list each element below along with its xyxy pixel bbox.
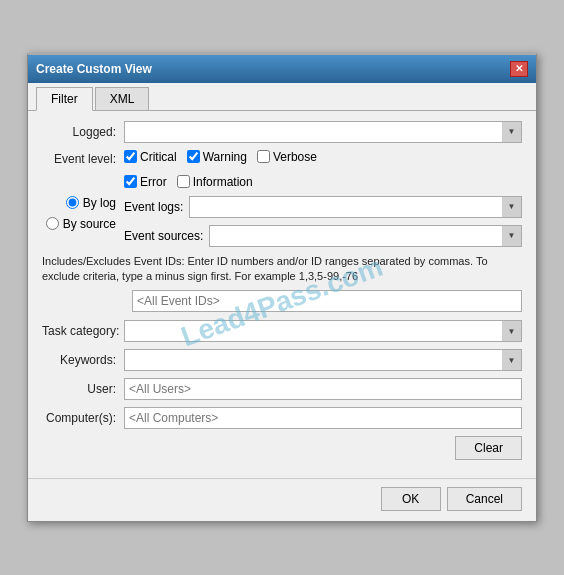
event-level-label: Event level: bbox=[42, 152, 124, 166]
user-input[interactable] bbox=[124, 378, 522, 400]
warning-label: Warning bbox=[203, 150, 247, 164]
task-category-dropdown-arrow[interactable]: ▼ bbox=[502, 320, 522, 342]
error-checkbox-label[interactable]: Error bbox=[124, 175, 167, 189]
event-ids-input[interactable] bbox=[132, 290, 522, 312]
keywords-dropdown[interactable] bbox=[124, 349, 522, 371]
information-label: Information bbox=[193, 175, 253, 189]
warning-checkbox[interactable] bbox=[187, 150, 200, 163]
logged-dropdown[interactable]: Any time bbox=[124, 121, 522, 143]
clear-row: Clear bbox=[42, 436, 522, 460]
by-log-radio-label[interactable]: By log bbox=[42, 196, 124, 210]
task-category-dropdown-wrap: ▼ bbox=[124, 320, 522, 342]
user-row: User: bbox=[42, 378, 522, 400]
logged-label: Logged: bbox=[42, 125, 124, 139]
tabs-bar: Filter XML bbox=[28, 83, 536, 111]
dialog-footer: OK Cancel bbox=[28, 478, 536, 521]
event-level-checkboxes-row1: Critical Warning Verbose bbox=[124, 150, 522, 164]
event-sources-dropdown[interactable] bbox=[209, 225, 522, 247]
keywords-dropdown-arrow[interactable]: ▼ bbox=[502, 349, 522, 371]
event-logs-dropdown-wrap: Application,System,Forwarded Events ▼ bbox=[189, 196, 522, 218]
warning-checkbox-label[interactable]: Warning bbox=[187, 150, 247, 164]
event-sources-dropdown-arrow[interactable]: ▼ bbox=[502, 225, 522, 247]
critical-checkbox[interactable] bbox=[124, 150, 137, 163]
verbose-checkbox-label[interactable]: Verbose bbox=[257, 150, 317, 164]
computers-label: Computer(s): bbox=[42, 411, 124, 425]
dialog-title: Create Custom View bbox=[36, 62, 152, 76]
logged-dropdown-wrap: Any time ▼ bbox=[124, 121, 522, 143]
task-category-label: Task category: bbox=[42, 324, 124, 338]
task-category-row: Task category: ▼ bbox=[42, 320, 522, 342]
user-label: User: bbox=[42, 382, 124, 396]
logged-dropdown-arrow[interactable]: ▼ bbox=[502, 121, 522, 143]
computers-row: Computer(s): bbox=[42, 407, 522, 429]
event-logs-row: Event logs: Application,System,Forwarded… bbox=[124, 196, 522, 218]
filter-content: Logged: Any time ▼ Event level: Critical bbox=[28, 111, 536, 475]
task-category-dropdown[interactable] bbox=[124, 320, 522, 342]
event-sources-dropdown-wrap: ▼ bbox=[209, 225, 522, 247]
radio-col: By log By source bbox=[42, 196, 124, 247]
event-logs-label: Event logs: bbox=[124, 200, 183, 214]
description-text: Includes/Excludes Event IDs: Enter ID nu… bbox=[42, 254, 522, 285]
tab-xml[interactable]: XML bbox=[95, 87, 150, 110]
close-button[interactable]: ✕ bbox=[510, 61, 528, 77]
title-bar: Create Custom View ✕ bbox=[28, 55, 536, 83]
keywords-dropdown-wrap: ▼ bbox=[124, 349, 522, 371]
by-log-radio[interactable] bbox=[66, 196, 79, 209]
event-ids-row bbox=[42, 290, 522, 312]
create-custom-view-dialog: Create Custom View ✕ Lead4Pass.com Filte… bbox=[27, 53, 537, 523]
event-logs-dropdown[interactable]: Application,System,Forwarded Events bbox=[189, 196, 522, 218]
event-dropdowns-col: Event logs: Application,System,Forwarded… bbox=[124, 196, 522, 247]
critical-checkbox-label[interactable]: Critical bbox=[124, 150, 177, 164]
keywords-row: Keywords: ▼ bbox=[42, 349, 522, 371]
tab-filter[interactable]: Filter bbox=[36, 87, 93, 111]
verbose-label: Verbose bbox=[273, 150, 317, 164]
by-log-label: By log bbox=[83, 196, 116, 210]
by-source-radio-label[interactable]: By source bbox=[42, 217, 124, 231]
information-checkbox[interactable] bbox=[177, 175, 190, 188]
event-sources-row: Event sources: ▼ bbox=[124, 225, 522, 247]
information-checkbox-label[interactable]: Information bbox=[177, 175, 253, 189]
computers-input[interactable] bbox=[124, 407, 522, 429]
by-source-label: By source bbox=[63, 217, 116, 231]
cancel-button[interactable]: Cancel bbox=[447, 487, 522, 511]
logged-row: Logged: Any time ▼ bbox=[42, 121, 522, 143]
critical-label: Critical bbox=[140, 150, 177, 164]
error-checkbox[interactable] bbox=[124, 175, 137, 188]
dialog-inner: Lead4Pass.com Filter XML Logged: Any tim… bbox=[28, 83, 536, 522]
ok-button[interactable]: OK bbox=[381, 487, 441, 511]
event-level-row2: Error Information bbox=[42, 175, 522, 189]
verbose-checkbox[interactable] bbox=[257, 150, 270, 163]
event-level-row: Event level: Critical Warning Verbose bbox=[42, 150, 522, 168]
event-level-checkboxes-row2: Error Information bbox=[124, 175, 522, 189]
log-source-section: By log By source Event logs: Application… bbox=[42, 196, 522, 247]
event-sources-label: Event sources: bbox=[124, 229, 203, 243]
keywords-label: Keywords: bbox=[42, 353, 124, 367]
error-label: Error bbox=[140, 175, 167, 189]
by-source-radio[interactable] bbox=[46, 217, 59, 230]
event-logs-dropdown-arrow[interactable]: ▼ bbox=[502, 196, 522, 218]
clear-button[interactable]: Clear bbox=[455, 436, 522, 460]
